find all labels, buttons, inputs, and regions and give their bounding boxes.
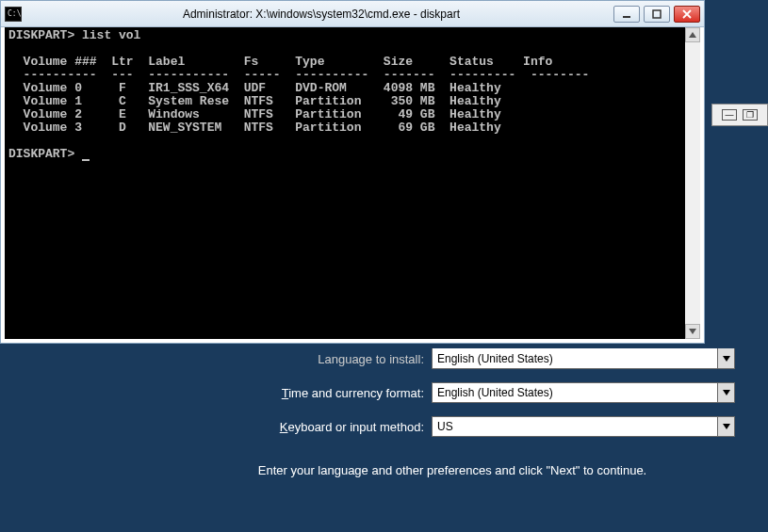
time-currency-row: Time and currency format: English (Unite… [170, 382, 735, 403]
scroll-up-icon[interactable] [685, 27, 700, 42]
time-currency-label: Time and currency format: [170, 386, 424, 400]
setup-hint-text: Enter your language and other preference… [170, 463, 735, 477]
svg-rect-1 [653, 10, 661, 18]
bg-window-caption-buttons: — ❐ [711, 104, 768, 126]
dropdown-arrow-icon[interactable] [717, 348, 734, 368]
close-button[interactable] [674, 6, 700, 23]
keyboard-label: Keyboard or input method: [170, 420, 424, 434]
language-value: English (United States) [433, 352, 717, 365]
cursor [82, 159, 90, 161]
windows-setup-form: Language to install: English (United Sta… [170, 348, 735, 477]
keyboard-combobox[interactable]: US [432, 416, 735, 437]
bg-restore-icon[interactable]: ❐ [743, 109, 758, 121]
dropdown-arrow-icon[interactable] [717, 417, 734, 436]
time-currency-combobox[interactable]: English (United States) [432, 382, 735, 403]
bg-minimize-icon[interactable]: — [722, 109, 737, 121]
scroll-down-icon[interactable] [685, 324, 700, 339]
language-label: Language to install: [170, 352, 424, 366]
cmd-output-area[interactable]: DISKPART> list vol Volume ### Ltr Label … [5, 27, 700, 339]
cmd-icon: C:\ [5, 7, 22, 22]
time-currency-value: English (United States) [433, 386, 717, 399]
cmd-scrollbar[interactable] [685, 27, 700, 339]
language-row: Language to install: English (United Sta… [170, 348, 735, 369]
scroll-track[interactable] [685, 42, 700, 324]
maximize-button[interactable] [644, 6, 670, 23]
dropdown-arrow-icon[interactable] [717, 383, 734, 402]
language-combobox[interactable]: English (United States) [432, 348, 735, 369]
cmd-window: C:\ Administrator: X:\windows\system32\c… [0, 0, 705, 344]
keyboard-row: Keyboard or input method: US [170, 416, 735, 437]
svg-rect-0 [623, 16, 630, 18]
cmd-titlebar[interactable]: C:\ Administrator: X:\windows\system32\c… [1, 1, 704, 27]
keyboard-value: US [433, 420, 717, 433]
minimize-button[interactable] [613, 6, 640, 23]
window-title: Administrator: X:\windows\system32\cmd.e… [29, 8, 613, 21]
window-buttons [613, 6, 700, 23]
